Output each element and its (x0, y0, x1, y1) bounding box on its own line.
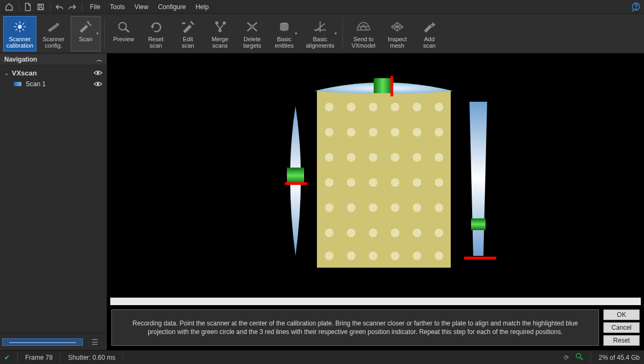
svg-point-44 (369, 128, 377, 136)
svg-point-45 (391, 128, 399, 136)
preview-icon (116, 19, 132, 35)
svg-line-10 (16, 23, 17, 25)
list-view-icon[interactable]: ☰ (85, 338, 104, 346)
refresh-icon[interactable]: ⟳ (564, 354, 569, 361)
svg-point-39 (391, 103, 399, 111)
svg-point-68 (369, 229, 377, 237)
edit-scan-button[interactable]: Edit scan (173, 16, 203, 51)
scan-icon (78, 19, 94, 35)
reset-scan-button[interactable]: Reset scan (141, 16, 171, 51)
svg-point-21 (218, 29, 222, 32)
merge-scans-label: Merge scans (211, 36, 228, 49)
status-frame: Frame 78 (25, 354, 52, 361)
chevron-down-icon: ▾ (295, 31, 297, 37)
menu-tools[interactable]: Tools (105, 2, 130, 12)
svg-point-48 (325, 153, 334, 162)
edit-scan-icon (180, 19, 196, 35)
reset-button[interactable]: Reset (603, 335, 640, 346)
svg-point-59 (435, 178, 443, 187)
send-to-vxmodel-icon (355, 19, 372, 35)
basic-alignments-label: Basic alignments (306, 36, 334, 49)
svg-point-58 (413, 178, 421, 187)
svg-point-76 (413, 252, 421, 260)
svg-point-4 (635, 8, 636, 9)
merge-scans-button[interactable]: Merge scans (205, 16, 235, 51)
inspect-mesh-label: Inspect mesh (388, 36, 406, 49)
tree-root-vxscan[interactable]: ⌄ VXscan (0, 67, 107, 79)
svg-point-42 (325, 128, 334, 136)
menu-configure[interactable]: Configure (153, 2, 191, 12)
menu-file[interactable]: File (85, 2, 105, 12)
inspect-mesh-button[interactable]: Inspect mesh (382, 16, 412, 51)
svg-point-5 (18, 25, 21, 28)
svg-point-70 (413, 229, 421, 237)
basic-entities-icon (276, 19, 292, 35)
nav-bottom-switcher: ☰ (0, 333, 107, 350)
left-green-indicator (287, 168, 304, 184)
svg-point-69 (391, 229, 399, 237)
svg-point-74 (369, 252, 377, 260)
delete-targets-button[interactable]: Delete targets (237, 16, 267, 51)
redo-icon[interactable] (66, 1, 78, 13)
svg-point-78 (577, 353, 581, 358)
add-scan-button[interactable]: Add scan (414, 16, 444, 51)
send-to-vxmodel-button[interactable]: Send to VXmodel (347, 16, 380, 51)
help-bubble-icon[interactable] (631, 2, 641, 12)
basic-entities-label: Basic entities (275, 36, 294, 49)
undo-icon[interactable] (54, 1, 65, 13)
tree-item-scan1[interactable]: Scan 1 (0, 79, 107, 89)
scanner-calibration-label: Scanner calibration (6, 36, 33, 49)
svg-point-72 (325, 252, 334, 260)
home-icon[interactable] (3, 1, 15, 13)
basic-entities-button[interactable]: Basic entities ▾ (269, 16, 299, 51)
svg-point-51 (391, 153, 399, 162)
inspect-mesh-icon (389, 19, 405, 35)
svg-point-43 (347, 128, 355, 136)
svg-rect-1 (39, 4, 42, 6)
svg-line-11 (22, 29, 24, 31)
menu-view[interactable]: View (130, 2, 153, 12)
scanner-config-icon (46, 19, 62, 35)
svg-point-41 (435, 103, 443, 111)
add-scan-label: Add scan (423, 36, 435, 49)
merge-scans-icon (212, 19, 228, 35)
reset-scan-icon (148, 19, 164, 35)
reset-scan-label: Reset scan (148, 36, 164, 49)
svg-point-19 (215, 21, 218, 25)
scanner-calibration-button[interactable]: Scanner calibration (3, 16, 36, 51)
nav-thumb[interactable] (2, 338, 83, 346)
top-green-indicator (374, 78, 392, 93)
svg-point-60 (325, 203, 334, 212)
svg-point-38 (369, 103, 377, 111)
new-file-icon[interactable] (22, 1, 34, 13)
scanner-config-button[interactable]: Scanner config. (39, 16, 69, 51)
ok-button[interactable]: OK (603, 309, 640, 320)
svg-point-46 (413, 128, 421, 136)
svg-point-14 (56, 23, 59, 26)
svg-point-35 (97, 83, 99, 85)
svg-point-53 (435, 153, 443, 162)
save-icon[interactable] (35, 1, 47, 13)
calibration-viewport[interactable] (107, 54, 644, 298)
menu-help[interactable]: Help (191, 2, 214, 12)
scan-item-icon (14, 82, 21, 86)
visibility-eye-icon[interactable] (94, 69, 102, 78)
svg-point-64 (413, 203, 421, 212)
zoom-icon[interactable] (575, 353, 583, 362)
scan-button[interactable]: Scan ▾ (71, 16, 101, 51)
basic-alignments-button[interactable]: Basic alignments ▾ (301, 16, 339, 51)
svg-point-65 (435, 203, 443, 212)
navigation-header[interactable]: Navigation ︿ (0, 54, 107, 65)
scrub-bar[interactable] (110, 298, 641, 305)
visibility-eye-icon[interactable] (94, 80, 102, 89)
preview-button[interactable]: Preview (109, 16, 139, 51)
tree-twisty-icon[interactable]: ⌄ (3, 70, 10, 76)
cancel-button[interactable]: Cancel (603, 322, 640, 333)
send-to-vxmodel-label: Send to VXmodel (352, 36, 376, 49)
collapse-chevron-icon[interactable]: ︿ (96, 56, 102, 64)
svg-point-36 (325, 103, 334, 111)
top-menubar: File Tools View Configure Help (0, 0, 644, 14)
svg-point-40 (413, 103, 421, 111)
svg-point-52 (413, 153, 421, 162)
svg-point-66 (325, 229, 334, 237)
